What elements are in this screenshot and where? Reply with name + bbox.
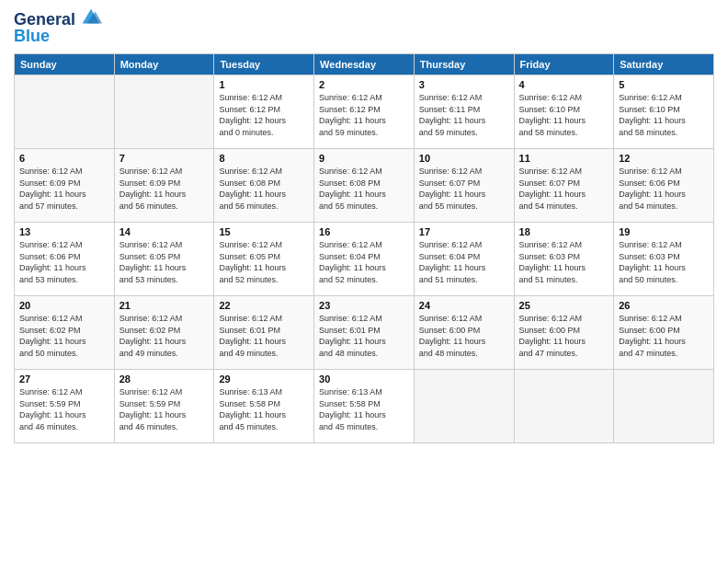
calendar-week-row: 6Sunrise: 6:12 AM Sunset: 6:09 PM Daylig… [15,149,714,223]
calendar-cell: 23Sunrise: 6:12 AM Sunset: 6:01 PM Dayli… [314,296,415,370]
calendar-cell: 14Sunrise: 6:12 AM Sunset: 6:05 PM Dayli… [114,223,214,296]
logo-icon [78,5,104,30]
calendar-cell: 3Sunrise: 6:12 AM Sunset: 6:11 PM Daylig… [414,75,514,149]
calendar-header-row: SundayMondayTuesdayWednesdayThursdayFrid… [15,54,714,75]
calendar-week-row: 20Sunrise: 6:12 AM Sunset: 6:02 PM Dayli… [15,296,714,370]
day-info: Sunrise: 6:12 AM Sunset: 6:03 PM Dayligh… [619,239,709,285]
calendar-table: SundayMondayTuesdayWednesdayThursdayFrid… [14,53,714,443]
weekday-header: Monday [114,54,214,75]
calendar-cell: 4Sunrise: 6:12 AM Sunset: 6:10 PM Daylig… [514,75,614,149]
calendar-week-row: 13Sunrise: 6:12 AM Sunset: 6:06 PM Dayli… [15,223,714,296]
day-info: Sunrise: 6:12 AM Sunset: 5:59 PM Dayligh… [19,386,109,432]
day-number: 19 [619,226,709,237]
calendar-cell: 24Sunrise: 6:12 AM Sunset: 6:00 PM Dayli… [414,296,514,370]
day-number: 9 [319,153,409,164]
calendar-week-row: 27Sunrise: 6:12 AM Sunset: 5:59 PM Dayli… [15,370,714,443]
day-info: Sunrise: 6:12 AM Sunset: 6:08 PM Dayligh… [319,166,409,212]
day-number: 2 [319,79,409,90]
calendar-cell [414,370,514,443]
day-number: 18 [519,226,609,237]
calendar-cell [15,75,115,149]
day-info: Sunrise: 6:12 AM Sunset: 6:09 PM Dayligh… [19,166,109,212]
day-number: 28 [119,373,210,385]
day-info: Sunrise: 6:12 AM Sunset: 6:01 PM Dayligh… [219,313,309,359]
weekday-header: Friday [514,54,614,75]
day-number: 26 [619,300,709,311]
calendar-cell: 5Sunrise: 6:12 AM Sunset: 6:10 PM Daylig… [614,75,714,149]
calendar-cell: 22Sunrise: 6:12 AM Sunset: 6:01 PM Dayli… [214,296,314,370]
day-number: 23 [319,300,409,311]
calendar-cell: 7Sunrise: 6:12 AM Sunset: 6:09 PM Daylig… [114,149,214,223]
calendar-cell [114,75,214,149]
day-number: 4 [519,79,609,90]
day-info: Sunrise: 6:12 AM Sunset: 6:12 PM Dayligh… [219,92,309,138]
calendar-cell: 19Sunrise: 6:12 AM Sunset: 6:03 PM Dayli… [614,223,714,296]
calendar-cell: 20Sunrise: 6:12 AM Sunset: 6:02 PM Dayli… [15,296,115,370]
calendar-cell: 11Sunrise: 6:12 AM Sunset: 6:07 PM Dayli… [514,149,614,223]
day-info: Sunrise: 6:12 AM Sunset: 6:02 PM Dayligh… [19,313,109,359]
day-number: 29 [219,373,309,385]
day-number: 20 [19,300,109,311]
calendar-cell: 17Sunrise: 6:12 AM Sunset: 6:04 PM Dayli… [414,223,514,296]
calendar-cell: 12Sunrise: 6:12 AM Sunset: 6:06 PM Dayli… [614,149,714,223]
day-info: Sunrise: 6:12 AM Sunset: 6:10 PM Dayligh… [519,92,609,138]
day-number: 7 [119,153,210,164]
day-number: 8 [219,153,309,164]
day-number: 10 [419,153,509,164]
weekday-header: Tuesday [214,54,314,75]
calendar-cell: 10Sunrise: 6:12 AM Sunset: 6:07 PM Dayli… [414,149,514,223]
day-info: Sunrise: 6:12 AM Sunset: 5:59 PM Dayligh… [119,386,210,432]
day-info: Sunrise: 6:12 AM Sunset: 6:02 PM Dayligh… [119,313,210,359]
day-info: Sunrise: 6:13 AM Sunset: 5:58 PM Dayligh… [319,386,409,432]
day-number: 5 [619,79,709,90]
day-info: Sunrise: 6:12 AM Sunset: 6:04 PM Dayligh… [419,239,509,285]
calendar-cell: 16Sunrise: 6:12 AM Sunset: 6:04 PM Dayli… [314,223,415,296]
day-number: 30 [319,373,409,385]
calendar-cell: 25Sunrise: 6:12 AM Sunset: 6:00 PM Dayli… [514,296,614,370]
calendar-cell: 28Sunrise: 6:12 AM Sunset: 5:59 PM Dayli… [114,370,214,443]
day-info: Sunrise: 6:12 AM Sunset: 6:05 PM Dayligh… [119,239,210,285]
day-number: 14 [119,226,210,237]
day-info: Sunrise: 6:12 AM Sunset: 6:00 PM Dayligh… [419,313,509,359]
calendar-cell: 8Sunrise: 6:12 AM Sunset: 6:08 PM Daylig… [214,149,314,223]
day-info: Sunrise: 6:12 AM Sunset: 6:04 PM Dayligh… [319,239,409,285]
day-number: 24 [419,300,509,311]
day-number: 16 [319,226,409,237]
calendar-cell: 6Sunrise: 6:12 AM Sunset: 6:09 PM Daylig… [15,149,115,223]
calendar-week-row: 1Sunrise: 6:12 AM Sunset: 6:12 PM Daylig… [15,75,714,149]
weekday-header: Thursday [414,54,514,75]
day-info: Sunrise: 6:12 AM Sunset: 6:12 PM Dayligh… [319,92,409,138]
day-info: Sunrise: 6:12 AM Sunset: 6:06 PM Dayligh… [19,239,109,285]
logo: General Blue [14,9,104,46]
calendar-cell [614,370,714,443]
page-container: General Blue SundayMondayTuesdayWednesda… [0,0,728,453]
weekday-header: Sunday [15,54,115,75]
calendar-cell: 26Sunrise: 6:12 AM Sunset: 6:00 PM Dayli… [614,296,714,370]
day-number: 12 [619,153,709,164]
day-number: 15 [219,226,309,237]
header: General Blue [14,9,714,46]
day-info: Sunrise: 6:12 AM Sunset: 6:00 PM Dayligh… [519,313,609,359]
day-number: 17 [419,226,509,237]
day-info: Sunrise: 6:12 AM Sunset: 6:01 PM Dayligh… [319,313,409,359]
day-info: Sunrise: 6:12 AM Sunset: 6:07 PM Dayligh… [519,166,609,212]
calendar-cell: 2Sunrise: 6:12 AM Sunset: 6:12 PM Daylig… [314,75,415,149]
day-info: Sunrise: 6:12 AM Sunset: 6:06 PM Dayligh… [619,166,709,212]
day-number: 21 [119,300,210,311]
day-info: Sunrise: 6:12 AM Sunset: 6:08 PM Dayligh… [219,166,309,212]
day-info: Sunrise: 6:12 AM Sunset: 6:10 PM Dayligh… [619,92,709,138]
calendar-cell: 21Sunrise: 6:12 AM Sunset: 6:02 PM Dayli… [114,296,214,370]
calendar-cell: 13Sunrise: 6:12 AM Sunset: 6:06 PM Dayli… [15,223,115,296]
day-info: Sunrise: 6:12 AM Sunset: 6:00 PM Dayligh… [619,313,709,359]
day-info: Sunrise: 6:12 AM Sunset: 6:09 PM Dayligh… [119,166,210,212]
calendar-cell: 18Sunrise: 6:12 AM Sunset: 6:03 PM Dayli… [514,223,614,296]
day-number: 11 [519,153,609,164]
day-number: 3 [419,79,509,90]
day-number: 13 [19,226,109,237]
day-info: Sunrise: 6:12 AM Sunset: 6:07 PM Dayligh… [419,166,509,212]
day-info: Sunrise: 6:12 AM Sunset: 6:05 PM Dayligh… [219,239,309,285]
day-info: Sunrise: 6:12 AM Sunset: 6:11 PM Dayligh… [419,92,509,138]
calendar-cell: 27Sunrise: 6:12 AM Sunset: 5:59 PM Dayli… [15,370,115,443]
day-number: 1 [219,79,309,90]
calendar-cell [514,370,614,443]
